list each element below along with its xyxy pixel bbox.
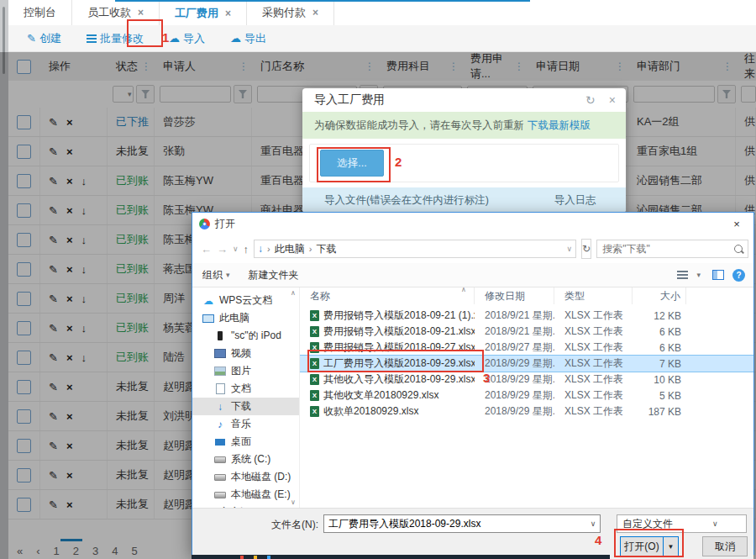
tab[interactable]: 采购付款 × (247, 0, 334, 25)
file-row[interactable]: X其他收支单20180929.xlsx 2018/9/29 星期... XLSX… (300, 388, 753, 403)
filetype-dropdown-icon[interactable]: ∨ (685, 519, 747, 528)
forward-icon[interactable]: → (217, 243, 228, 256)
filename-combo: ∨ (323, 514, 601, 533)
search-box[interactable] (596, 240, 748, 258)
refresh-icon[interactable]: ↻ (585, 93, 596, 107)
import-notice-banner: 为确保数据能成功导入，请在每次导入前重新 下载最新模版 (302, 112, 626, 139)
sidebar-item[interactable]: 音乐 (192, 415, 299, 433)
column-header-size[interactable]: 大小 (633, 287, 686, 304)
sidebar-item[interactable]: 系统 (C:) (192, 451, 299, 468)
sidebar-item[interactable]: 下载 (192, 398, 299, 415)
dialog-body: WPS云文档 此电脑 "sc"的 iPod 视频 (192, 287, 753, 508)
sidebar-item-label: 图片 (231, 364, 251, 378)
download-template-link[interactable]: 下载最新模版 (528, 119, 591, 133)
breadcrumb[interactable]: ↓ › 此电脑 › 下载 ∨ (254, 240, 576, 258)
search-input[interactable] (601, 242, 734, 256)
dialog-title: 打开 (215, 217, 235, 231)
search-icon (734, 245, 743, 253)
excel-file-icon: X (310, 406, 319, 417)
file-name: 其他收支单20180929.xlsx (323, 388, 438, 403)
close-icon[interactable]: × (720, 213, 753, 235)
sidebar-item[interactable]: 本地磁盘 (E:) (192, 486, 299, 504)
cancel-button[interactable]: 取消 (702, 536, 748, 556)
breadcrumb-downloads[interactable]: 下载 (316, 242, 336, 256)
tab-close-icon[interactable]: × (225, 8, 231, 19)
sidebar-item[interactable]: "sc"的 iPod (192, 327, 299, 345)
annotation-number-3: 3 (483, 371, 490, 385)
sidebar-scrollbar[interactable]: ∧ ∨ (289, 289, 297, 506)
file-type-cell: XLSX 工作表 (554, 340, 633, 355)
close-icon[interactable]: × (609, 93, 616, 107)
file-row[interactable]: X费用报销导入模版2018-09-21.xlsx 2018/9/21 星期...… (300, 324, 753, 340)
file-list-header: ∧ 名称 修改日期 类型 大小 (300, 287, 753, 304)
help-icon[interactable]: ? (732, 269, 745, 282)
sidebar-item[interactable]: 图片 (192, 362, 299, 380)
column-header-type[interactable]: 类型 (554, 287, 633, 304)
annotation-box-step3 (307, 350, 484, 372)
address-dropdown-icon[interactable]: ∨ (567, 245, 573, 253)
folder-icon (214, 439, 226, 446)
file-name-cell: X其他收支单20180929.xlsx (300, 388, 475, 403)
address-bar: ← → ∨ ↑ ↓ › 此电脑 › 下载 ∨ ↻ (192, 235, 753, 263)
scroll-up-icon[interactable]: ∧ (291, 289, 296, 297)
sidebar-item-label: 下载 (231, 399, 251, 414)
filename-dropdown-icon[interactable]: ∨ (586, 519, 600, 528)
view-mode-icon[interactable] (677, 271, 688, 280)
file-row[interactable]: X费用报销导入模版2018-09-21 (1).xlsx 2018/9/21 星… (300, 308, 753, 324)
file-row[interactable]: X其他收入导入模版2018-09-29.xlsx 2018/9/29 星期...… (300, 372, 753, 388)
refresh-icon[interactable]: ↻ (581, 239, 591, 259)
organize-chevron-icon: ▾ (226, 271, 230, 279)
file-date-cell: 2018/9/29 星期... (475, 356, 554, 371)
tab-close-icon[interactable]: × (138, 7, 144, 18)
back-icon[interactable]: ← (201, 243, 212, 256)
new-folder-button[interactable]: 新建文件夹 (249, 268, 299, 282)
file-name: 其他收入导入模版2018-09-29.xlsx (323, 372, 475, 387)
toolbar-button[interactable]: ☁ 导入 (169, 31, 205, 46)
tab-label: 工厂费用 (175, 6, 218, 21)
scroll-down-icon[interactable]: ∨ (291, 498, 296, 506)
annotation-number-4: 4 (595, 533, 601, 547)
annotation-box-step2 (317, 147, 391, 182)
sidebar-item[interactable]: 视频 (192, 345, 299, 362)
sidebar-item-label: 此电脑 (219, 311, 249, 325)
history-chevron-icon[interactable]: ∨ (233, 245, 239, 253)
preview-pane-icon[interactable] (712, 270, 724, 280)
excel-file-icon: X (310, 390, 319, 401)
sidebar-item-label: 音乐 (231, 417, 251, 431)
file-name-cell: X收款单20180929.xlsx (300, 404, 475, 419)
sidebar-item[interactable]: 本地磁盘 (D:) (192, 468, 299, 486)
tab[interactable]: 工厂费用 × (160, 0, 247, 25)
toolbar-button-label: 创建 (39, 31, 61, 46)
sidebar-item-label: 本地磁盘 (D:) (231, 470, 291, 484)
taskbar-sliver (192, 555, 610, 559)
column-header-name[interactable]: 名称 (300, 287, 475, 304)
column-header-date[interactable]: 修改日期 (475, 287, 554, 304)
breadcrumb-this-pc[interactable]: 此电脑 (275, 242, 305, 256)
organize-menu[interactable]: 组织 (202, 268, 223, 282)
dialog-title-bar[interactable]: 打开 × (192, 213, 753, 235)
toolbar-button[interactable]: ✎ 创建 (27, 31, 61, 46)
sidebar-item[interactable]: 此电脑 (192, 309, 299, 327)
downloads-folder-icon: ↓ (258, 243, 263, 255)
up-icon[interactable]: ↑ (244, 243, 249, 256)
file-name: 费用报销导入模版2018-09-21 (1).xlsx (323, 309, 475, 323)
toolbar-button-icon: ☁ (230, 33, 241, 44)
folder-sidebar: WPS云文档 此电脑 "sc"的 iPod 视频 (192, 287, 300, 508)
filename-input[interactable] (324, 518, 586, 530)
file-size-cell: 12 KB (633, 310, 686, 322)
toolbar-button-icon: ☁ (169, 33, 180, 44)
file-type-cell: XLSX 工作表 (554, 372, 633, 387)
sidebar-item[interactable]: 文档 (192, 380, 299, 398)
sidebar-item[interactable]: WPS云文档 (192, 292, 299, 309)
tab[interactable]: 控制台 × (8, 0, 72, 25)
import-dialog-header: 导入工厂费用 ↻ × (302, 88, 626, 112)
sidebar-item[interactable]: 桌面 (192, 433, 299, 451)
file-date-cell: 2018/9/29 星期... (475, 388, 554, 403)
toolbar-button[interactable]: ☁ 导出 (230, 31, 266, 46)
file-row[interactable]: X收款单20180929.xlsx 2018/9/29 星期... XLSX 工… (300, 403, 753, 419)
excel-file-icon: X (310, 374, 319, 385)
view-mode-chevron-icon[interactable]: ▾ (696, 271, 701, 279)
tab-close-icon[interactable]: × (312, 7, 318, 18)
excel-file-icon: X (310, 310, 319, 321)
sidebar-item-label: 桌面 (231, 435, 251, 449)
